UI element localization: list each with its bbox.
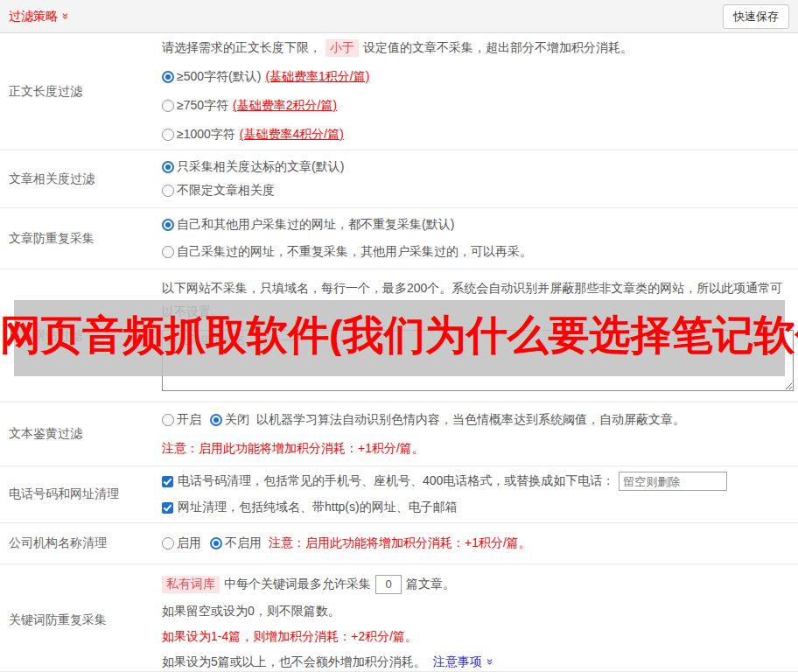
radio-label: 关闭 <box>225 412 249 428</box>
radio-label: 不启用 <box>225 536 262 551</box>
keyword-max-count-input[interactable] <box>375 575 402 594</box>
notes-link[interactable]: 注意事项 « <box>433 654 492 670</box>
row-label: 文章防重复采集 <box>0 208 162 269</box>
company-cost-note: 注意：启用此功能将增加积分消耗：+1积分/篇。 <box>269 536 531 551</box>
intro-text-pre: 请选择需求的正文长度下限， <box>162 40 321 56</box>
fee-note: (基础费率4积分/篇) <box>240 127 344 143</box>
radio-company-off[interactable] <box>210 537 222 550</box>
section-title[interactable]: 过滤策略 « <box>9 9 67 24</box>
radio-relevance-any[interactable] <box>162 185 174 197</box>
length-intro: 请选择需求的正文长度下限， 小于 设定值的文章不采集，超出部分不增加积分消耗。 <box>162 34 793 63</box>
notes-link-label: 注意事项 <box>433 654 482 670</box>
checkbox-phone-cleanup[interactable] <box>162 476 173 487</box>
chevron-double-down-icon: « <box>483 659 494 665</box>
section-header-bar: 过滤策略 « 快速保存 <box>0 0 798 33</box>
fee-note: (基础费率1积分/篇) <box>265 69 369 85</box>
row-label: 关键词防重复采集 <box>0 570 162 671</box>
row-porn-filter: 文本鉴黄过滤 开启 关闭 以机器学习算法自动识别色情内容，当色情概率达到系统阈值… <box>0 402 798 466</box>
fee-note: (基础费率2积分/篇) <box>233 98 337 114</box>
quick-save-button[interactable]: 快速保存 <box>723 4 789 29</box>
radio-label: ≥750字符 <box>177 98 228 114</box>
keyword-line4-text: 如果设为5篇或以上，也不会额外增加积分消耗。 <box>162 654 426 670</box>
radio-750-chars[interactable] <box>162 100 174 112</box>
row-company-name-cleanup: 公司机构名称清理 启用 不启用 注意：启用此功能将增加积分消耗：+1积分/篇。 <box>0 523 798 564</box>
keyword-line2: 如果留空或设为0，则不限篇数。 <box>162 598 793 624</box>
radio-label: 自己采集过的网址，不重复采集，其他用户采集过的，可以再采。 <box>177 244 532 260</box>
replacement-phone-input[interactable] <box>619 472 727 491</box>
keyword-cost-note: 如果设为1-4篇，则增加积分消耗：+2积分/篇。 <box>162 624 793 649</box>
radio-label: 不限定文章相关度 <box>177 183 275 199</box>
checkbox-label: 电话号码清理，包括常见的手机号、座机号、400电话格式，或替换成如下电话： <box>178 473 614 489</box>
row-label: 文本鉴黄过滤 <box>0 402 162 466</box>
radio-label: ≥500字符(默认) <box>177 69 261 85</box>
row-phone-url-cleanup: 电话号码和网址清理 电话号码清理，包括常见的手机号、座机号、400电话格式，或替… <box>0 466 798 523</box>
porn-cost-note: 注意：启用此功能将增加积分消耗：+1积分/篇。 <box>162 434 793 463</box>
row-keyword-dedupe: 关键词防重复采集 私有词库 中每个关键词最多允许采集 篇文章。 如果留空或设为0… <box>0 564 798 672</box>
radio-porn-off[interactable] <box>210 414 222 426</box>
radio-relevance-only[interactable] <box>162 161 174 173</box>
radio-label: ≥1000字符 <box>177 127 235 143</box>
radio-label: 启用 <box>177 536 201 551</box>
row-label: 正文长度过滤 <box>0 33 162 150</box>
keyword-line1-text: 中每个关键词最多允许采集 <box>224 577 371 592</box>
radio-1000-chars[interactable] <box>162 129 174 141</box>
radio-label: 自己和其他用户采集过的网址，都不重复采集(默认) <box>177 217 454 233</box>
radio-500-chars[interactable] <box>162 71 174 83</box>
radio-porn-on[interactable] <box>162 414 174 426</box>
porn-description: 以机器学习算法自动识别色情内容，当色情概率达到系统阈值，自动屏蔽文章。 <box>256 412 685 428</box>
keyword-line1-suffix: 篇文章。 <box>406 577 455 592</box>
intro-highlight: 小于 <box>326 39 359 57</box>
row-label: 电话号码和网址清理 <box>0 466 162 522</box>
radio-company-on[interactable] <box>162 537 174 550</box>
row-label: 公司机构名称清理 <box>0 523 162 564</box>
private-lexicon-highlight: 私有词库 <box>162 576 220 593</box>
section-title-label: 过滤策略 <box>9 9 58 24</box>
intro-text-post: 设定值的文章不采集，超出部分不增加积分消耗。 <box>363 40 633 56</box>
radio-dedupe-all-users[interactable] <box>162 219 174 231</box>
radio-label: 只采集相关度达标的文章(默认) <box>177 159 344 175</box>
row-label: 文章相关度过滤 <box>0 150 162 207</box>
checkbox-url-cleanup[interactable] <box>162 502 173 514</box>
row-body-length-filter: 正文长度过滤 请选择需求的正文长度下限， 小于 设定值的文章不采集，超出部分不增… <box>0 33 798 150</box>
chevron-double-down-icon: « <box>59 13 70 19</box>
radio-dedupe-self-only[interactable] <box>162 246 174 258</box>
radio-label: 开启 <box>177 412 201 428</box>
row-dedupe-filter: 文章防重复采集 自己和其他用户采集过的网址，都不重复采集(默认) 自己采集过的网… <box>0 208 798 270</box>
watermark-text: 网页音频抓取软件(我们为什么要选择笔记软件大 <box>0 313 798 356</box>
checkbox-label: 网址清理，包括纯域名、带http(s)的网址、电子邮箱 <box>178 500 458 515</box>
row-relevance-filter: 文章相关度过滤 只采集相关度达标的文章(默认) 不限定文章相关度 <box>0 150 798 208</box>
